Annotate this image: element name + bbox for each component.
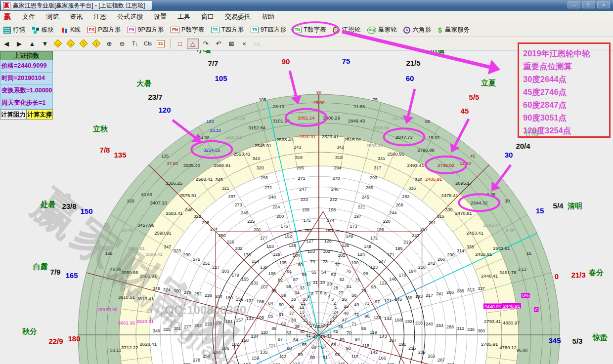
toolbar-button-T四方形[interactable]: TST四方形 <box>208 26 247 34</box>
wheel-outer-label: 0 <box>555 272 559 281</box>
wheel-value: 2448.41 <box>481 273 498 279</box>
toolbar-button-板块[interactable]: 板块 <box>29 26 57 34</box>
wheel-value: 224 <box>272 204 280 209</box>
tool-pan-down[interactable]: ↓ <box>90 39 102 49</box>
tool-cls[interactable]: Cls <box>142 39 154 49</box>
toolbar-button-K线[interactable]: K线 <box>57 26 84 34</box>
menu-item[interactable]: 文件 <box>17 11 41 23</box>
wheel-value: 195 <box>395 246 402 251</box>
wheel-value: 10 <box>303 297 308 302</box>
close-button[interactable]: × <box>597 1 610 8</box>
tool-pan-left[interactable]: ← <box>52 39 64 49</box>
wheel-value: 65 <box>302 342 307 347</box>
tool-box-x[interactable]: ⊠ <box>225 39 237 49</box>
wheel-value: 339 <box>445 207 452 212</box>
calc-resistance-button[interactable]: 计算阻力 <box>0 110 27 120</box>
wheel-outer-label: 120 <box>158 106 171 114</box>
toolbar-button-赢家服务[interactable]: $赢家服务 <box>435 26 473 34</box>
tool-calendar[interactable]: 21 <box>155 39 167 49</box>
tool-pan-up[interactable]: ↑ <box>78 39 89 49</box>
toolbar-label: 行情 <box>13 26 25 34</box>
wheel-outer-label: 21/5 <box>406 59 420 67</box>
wheel-value: 269 <box>366 185 373 190</box>
wheel-value: 3457.96 <box>137 222 154 227</box>
tool-display-off[interactable]: ▭ <box>251 39 263 49</box>
wheel-value: 136 <box>273 363 280 364</box>
toolbar-button-P数字表[interactable]: PNP数字表 <box>167 26 208 34</box>
diamond-arrow-icon: ← <box>54 40 62 48</box>
wheel-value: 146 <box>389 277 396 282</box>
wheel-value: 99 <box>363 271 368 276</box>
symbol-title: 上证指数 <box>0 51 53 60</box>
tool-zoom-in[interactable]: ⊕ <box>103 39 115 49</box>
toolbar-button-江恩轮[interactable]: 江恩轮 <box>329 26 364 34</box>
wheel-value: 40.63 <box>141 192 152 197</box>
toolbar-button-9P四方形[interactable]: P99P四方形 <box>124 26 167 34</box>
menu-item[interactable]: 设置 <box>148 11 172 23</box>
maximize-button[interactable]: □ <box>582 1 595 8</box>
menu-item[interactable]: 资讯 <box>64 11 88 23</box>
wheel-outer-label: 60 <box>406 74 414 82</box>
tool-shape-square[interactable]: □ <box>174 39 186 49</box>
wheel-value: 2500.91 <box>388 151 404 157</box>
toolbar-button-行情[interactable]: 行情 <box>0 26 29 34</box>
wheel-outer-label: 30 <box>505 151 513 159</box>
menu-item[interactable]: 窗口 <box>196 11 219 23</box>
wheel-value: 317 <box>374 165 381 170</box>
panel-value-row: 价格=2440.9099 <box>0 60 53 73</box>
wheel-value: 200 <box>276 214 284 219</box>
toolbar-button-T数字表[interactable]: TNT数字表 <box>290 26 329 34</box>
menu-item[interactable]: 交易委托 <box>219 11 256 23</box>
wheel-outer-label: 小暑 <box>197 50 212 55</box>
calc-support-button[interactable]: 计算支撑 <box>27 110 53 120</box>
wheel-value: 25.00 <box>313 100 325 105</box>
tool-rotate-ccw[interactable]: ↶ <box>213 39 224 49</box>
tool-zoom-out[interactable]: ⊖ <box>116 39 128 49</box>
wheel-value: 320 <box>257 165 264 170</box>
wheel-value: 48 <box>344 311 349 316</box>
wheel-value: 45 <box>333 329 338 334</box>
toolbar-button-六角形[interactable]: 六角形 <box>400 26 435 34</box>
window-controls: —□× <box>568 1 610 8</box>
toolbar-label: T四方形 <box>221 26 244 34</box>
menu-item[interactable]: 帮助 <box>256 11 280 23</box>
toolbar-button-9T四方形[interactable]: T99T四方形 <box>247 26 290 34</box>
wheel-value: 2949.43 <box>348 118 365 123</box>
wheel-value: 44 <box>327 333 332 338</box>
tool-pan-right[interactable]: → <box>65 39 77 49</box>
toolbar-button-P四方形[interactable]: PSP四方形 <box>84 26 124 34</box>
wheel-value: 264 <box>436 323 443 328</box>
toolbar-label: 赢家轮 <box>378 26 397 34</box>
wheel-value: 16 <box>306 321 311 325</box>
wheel-value: 2593.47 <box>483 222 500 227</box>
toolbar-button-赢家轮[interactable]: Big赢家轮 <box>364 26 400 34</box>
wheel-value: 149 <box>346 234 353 239</box>
wheel-value: 292 <box>402 194 409 199</box>
menu-item[interactable]: 工具 <box>172 11 196 23</box>
tool-nav-down[interactable]: ▼ <box>39 39 51 49</box>
tool-t-down[interactable]: T↓ <box>129 39 141 49</box>
badge: TN <box>293 27 302 33</box>
wheel-value: 288 <box>446 324 454 329</box>
tool-collapse[interactable]: × <box>238 39 250 49</box>
tool-nav-right[interactable]: ▶ <box>13 39 25 49</box>
tool-nav-up[interactable]: ▲ <box>26 39 38 49</box>
menu-item[interactable]: 浏览 <box>41 11 64 23</box>
wheel-value: 274 <box>210 227 218 232</box>
tool-rotate-cw[interactable]: ↷ <box>200 39 212 49</box>
minimize-button[interactable]: — <box>568 1 580 8</box>
wheel-value: 9 <box>307 294 309 299</box>
tool-nav-left[interactable]: ◀ <box>0 39 12 49</box>
tool-shape-triangle[interactable]: △ <box>187 39 199 49</box>
badge: T9 <box>251 27 259 33</box>
wheel-value: 64 <box>293 337 298 342</box>
menu-item[interactable]: 公式选股 <box>112 11 148 23</box>
wheel-value: 153 <box>266 244 274 249</box>
wheel-outer-label: 7/7 <box>208 59 219 68</box>
wheel-value: 199 <box>302 207 309 212</box>
wheel-outer-label: 小满 <box>430 50 444 56</box>
menu-item[interactable]: 江恩 <box>88 11 112 23</box>
gann-wheel-icon <box>333 27 340 34</box>
wheel-value: 150 <box>326 228 333 233</box>
wheel-value: 3051.14 <box>298 115 314 120</box>
